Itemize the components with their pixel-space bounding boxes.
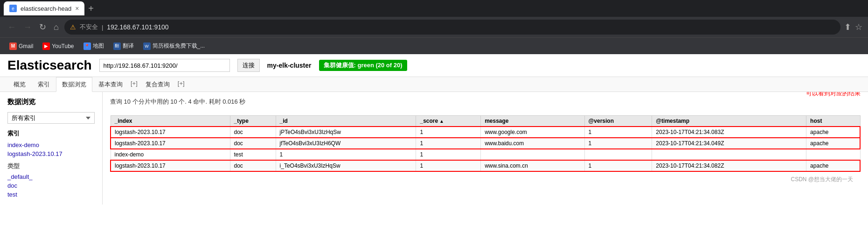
cell-host: apache <box>806 127 860 138</box>
table-row[interactable]: logstash-2023.10.17docjfTeO4sBvi3xU3IzH6… <box>111 138 860 149</box>
bookmark-resume[interactable]: W 简历模板免费下载_... <box>139 40 209 52</box>
sidebar-item-test[interactable]: test <box>7 190 95 199</box>
col-id: _id <box>276 116 416 127</box>
tab-basic-query[interactable]: 基本查询 <box>92 77 129 92</box>
title-bar: e elasticsearch-head × + <box>0 0 868 17</box>
table-row[interactable]: index-demotest11 <box>111 149 860 160</box>
bookmark-translate-label: 翻译 <box>123 42 134 50</box>
cell-at-timestamp: 2023-10-17T04:21:34.083Z <box>652 127 806 138</box>
cell-_index: logstash-2023.10.17 <box>111 138 230 149</box>
back-button[interactable]: ← <box>6 21 18 34</box>
cell-_index: index-demo <box>111 149 230 160</box>
gmail-icon: M <box>9 42 17 50</box>
cell-at-version: 1 <box>584 127 652 138</box>
cell-_id: 1 <box>276 149 416 160</box>
resume-icon: W <box>143 42 151 50</box>
cell-_type: test <box>230 149 276 160</box>
tab-overview[interactable]: 概览 <box>7 77 32 92</box>
tab-label: elasticsearch-head <box>21 5 71 12</box>
new-tab-button[interactable]: + <box>88 3 94 14</box>
es-url-input[interactable] <box>99 59 230 72</box>
home-button[interactable]: ⌂ <box>52 21 61 34</box>
cell-_score: 1 <box>416 149 481 160</box>
col-message: message <box>481 116 584 127</box>
cell-host <box>806 149 860 160</box>
bookmark-icon[interactable]: ☆ <box>855 22 862 32</box>
col-host: host <box>806 116 860 127</box>
index-select[interactable]: 所有索引 <box>7 112 95 124</box>
sidebar-title: 数据浏览 <box>7 98 95 106</box>
address-bar[interactable]: ⚠ 不安全 | 192.168.67.101:9100 <box>64 20 840 35</box>
bookmark-gmail-label: Gmail <box>19 43 33 49</box>
es-main: 数据浏览 所有索引 索引 index-demo logstash-2023.10… <box>0 92 868 205</box>
cell-_id: i_TeO4sBvi3xU3IzHqSw <box>276 160 416 171</box>
cell-at-version: 1 <box>584 138 652 149</box>
index-section-title: 索引 <box>7 129 95 138</box>
bookmark-youtube-label: YouTube <box>52 43 74 49</box>
es-header: Elasticsearch 连接 my-elk-cluster 集群健康值: g… <box>0 54 868 77</box>
cell-at-timestamp: 2023-10-17T04:21:34.049Z <box>652 138 806 149</box>
sidebar-item-logstash[interactable]: logstash-2023.10.17 <box>7 149 95 158</box>
table-row[interactable]: logstash-2023.10.17docjPTeO4sBvi3xU3IzHq… <box>111 127 860 138</box>
tab-basic-query-add[interactable]: [+] <box>129 77 139 92</box>
cell-message: www.sina.com.cn <box>481 160 584 171</box>
bookmark-maps[interactable]: 📍 地图 <box>80 40 108 52</box>
sidebar-item-index-demo[interactable]: index-demo <box>7 141 95 149</box>
tab-browse[interactable]: 数据浏览 <box>56 77 92 92</box>
forward-button[interactable]: → <box>21 21 34 34</box>
cell-_score: 1 <box>416 160 481 171</box>
cell-host: apache <box>806 138 860 149</box>
share-icon[interactable]: ⬆ <box>844 22 851 32</box>
sidebar-item-default[interactable]: _default_ <box>7 172 95 181</box>
type-section-title: 类型 <box>7 162 95 170</box>
col-type: _type <box>230 116 276 127</box>
bookmark-youtube[interactable]: ▶ YouTube <box>39 41 77 52</box>
reload-button[interactable]: ↻ <box>37 20 48 34</box>
col-score[interactable]: _score <box>416 116 481 127</box>
nav-bar: ← → ↻ ⌂ ⚠ 不安全 | 192.168.67.101:9100 ⬆ ☆ <box>0 17 868 37</box>
query-info: 查询 10 个分片中用的 10 个. 4 命中. 耗时 0.016 秒 <box>110 98 245 106</box>
tab-favicon: e <box>9 5 17 12</box>
tab-compound-query-add[interactable]: [+] <box>176 77 187 92</box>
cell-message: www.google.com <box>481 127 584 138</box>
es-nav: 概览 索引 数据浏览 基本查询 [+] 复合查询 [+] <box>0 77 868 92</box>
address-text: 192.168.67.101:9100 <box>107 23 168 31</box>
tab-close-button[interactable]: × <box>75 5 79 12</box>
cell-_type: doc <box>230 160 276 171</box>
security-warning-icon: ⚠ <box>70 23 76 31</box>
es-content: 查询 10 个分片中用的 10 个. 4 命中. 耗时 0.016 秒 可以看到… <box>103 92 868 205</box>
tab-index[interactable]: 索引 <box>32 77 56 92</box>
es-sidebar: 数据浏览 所有索引 索引 index-demo logstash-2023.10… <box>0 92 103 205</box>
health-badge: 集群健康值: green (20 of 20) <box>319 60 407 71</box>
cell-host: apache <box>806 160 860 171</box>
col-index: _index <box>111 116 230 127</box>
cell-at-timestamp: 2023-10-17T04:21:34.082Z <box>652 160 806 171</box>
es-logo: Elasticsearch <box>7 58 92 73</box>
cell-message: www.baidu.com <box>481 138 584 149</box>
cell-_id: jPTeO4sBvi3xU3IzHqSw <box>276 127 416 138</box>
bookmark-resume-label: 简历模板免费下载_... <box>153 42 205 50</box>
col-version: @version <box>584 116 652 127</box>
results-table: _index _type _id _score message @version… <box>110 115 861 172</box>
bookmark-translate[interactable]: 翻 翻译 <box>110 40 138 52</box>
app-content: Elasticsearch 连接 my-elk-cluster 集群健康值: g… <box>0 54 868 205</box>
connect-button[interactable]: 连接 <box>237 59 260 72</box>
bookmark-gmail[interactable]: M Gmail <box>6 41 37 52</box>
cell-_index: logstash-2023.10.17 <box>111 127 230 138</box>
table-row[interactable]: logstash-2023.10.17doci_TeO4sBvi3xU3IzHq… <box>111 160 860 171</box>
sidebar-item-doc[interactable]: doc <box>7 181 95 190</box>
cell-at-timestamp <box>652 149 806 160</box>
cell-_score: 1 <box>416 127 481 138</box>
cell-_index: logstash-2023.10.17 <box>111 160 230 171</box>
cell-message <box>481 149 584 160</box>
security-warning-label: 不安全 <box>80 23 98 31</box>
translate-icon: 翻 <box>113 42 121 50</box>
nav-actions: ⬆ ☆ <box>844 22 862 32</box>
active-tab[interactable]: e elasticsearch-head × <box>4 1 84 15</box>
watermark: CSDN @想当大佬的一天 <box>110 176 861 184</box>
annotation: 可以看到对应的结果 <box>806 92 861 98</box>
bookmark-maps-label: 地图 <box>93 42 104 50</box>
youtube-icon: ▶ <box>42 42 50 50</box>
tab-compound-query[interactable]: 复合查询 <box>139 77 176 92</box>
cell-_type: doc <box>230 127 276 138</box>
